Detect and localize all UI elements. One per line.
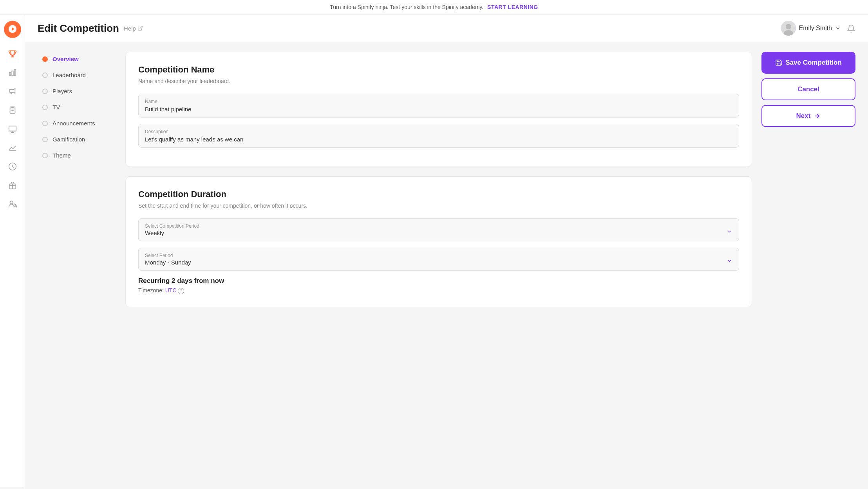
timezone-label: Timezone: bbox=[138, 287, 164, 293]
nav-item-players[interactable]: Players bbox=[38, 84, 116, 98]
name-field[interactable]: Name Build that pipeline bbox=[138, 94, 739, 118]
nav-item-gamification[interactable]: Gamification bbox=[38, 132, 116, 147]
form-area: Competition Name Name and describe your … bbox=[125, 52, 752, 478]
timezone-link[interactable]: UTC bbox=[165, 287, 177, 293]
description-label: Description bbox=[145, 129, 732, 134]
description-field[interactable]: Description Let's qualify as many leads … bbox=[138, 124, 739, 148]
next-arrow-icon bbox=[814, 112, 821, 120]
svg-point-15 bbox=[786, 24, 791, 29]
period-select-value: Weekly bbox=[145, 230, 199, 236]
nav-dot-theme bbox=[42, 153, 48, 158]
svg-point-12 bbox=[10, 201, 13, 204]
nav-item-announcements[interactable]: Announcements bbox=[38, 116, 116, 130]
svg-rect-6 bbox=[9, 126, 16, 131]
nav-label-gamification: Gamification bbox=[52, 136, 85, 143]
select-period-select[interactable]: Select Period Monday - Sunday ⌄ bbox=[138, 248, 739, 271]
select-period-chevron-icon: ⌄ bbox=[727, 255, 732, 264]
sidebar-icon-clipboard[interactable] bbox=[5, 102, 20, 118]
nav-label-theme: Theme bbox=[52, 152, 71, 159]
left-navigation: Overview Leaderboard Players TV Announce… bbox=[38, 52, 116, 478]
competition-duration-title: Competition Duration bbox=[138, 189, 739, 199]
user-name: Emily Smith bbox=[799, 25, 832, 32]
nav-dot-gamification bbox=[42, 137, 48, 142]
sidebar-icon-gift[interactable] bbox=[5, 177, 20, 193]
nav-label-announcements: Announcements bbox=[52, 120, 95, 127]
nav-label-tv: TV bbox=[52, 104, 60, 110]
timezone-row: Timezone: UTC ? bbox=[138, 287, 739, 294]
svg-rect-2 bbox=[14, 70, 16, 76]
avatar bbox=[781, 21, 796, 36]
competition-duration-card: Competition Duration Set the start and e… bbox=[125, 176, 752, 307]
info-icon[interactable]: ? bbox=[178, 288, 184, 294]
cancel-button[interactable]: Cancel bbox=[761, 78, 855, 100]
save-competition-button[interactable]: Save Competition bbox=[761, 52, 855, 74]
name-value[interactable]: Build that pipeline bbox=[145, 106, 732, 112]
top-banner: Turn into a Spinify ninja. Test your ski… bbox=[0, 0, 868, 14]
competition-name-card: Competition Name Name and describe your … bbox=[125, 52, 752, 167]
nav-item-overview[interactable]: Overview bbox=[38, 52, 116, 66]
header: Edit Competition Help bbox=[25, 14, 868, 42]
nav-item-theme[interactable]: Theme bbox=[38, 148, 116, 163]
nav-dot-players bbox=[42, 89, 48, 94]
sidebar-icon-users[interactable] bbox=[5, 196, 20, 212]
nav-label-leaderboard: Leaderboard bbox=[52, 72, 86, 78]
period-select-label: Select Competition Period bbox=[145, 223, 199, 229]
help-link[interactable]: Help bbox=[124, 25, 143, 32]
svg-line-13 bbox=[140, 26, 142, 29]
select-period-value: Monday - Sunday bbox=[145, 259, 191, 266]
nav-dot-leaderboard bbox=[42, 72, 48, 78]
recurring-text: Recurring 2 days from now bbox=[138, 277, 739, 285]
select-period-label: Select Period bbox=[145, 253, 191, 258]
nav-item-leaderboard[interactable]: Leaderboard bbox=[38, 68, 116, 82]
user-chevron-icon bbox=[835, 25, 841, 31]
competition-period-select[interactable]: Select Competition Period Weekly ⌄ bbox=[138, 218, 739, 241]
notification-icon[interactable] bbox=[847, 24, 855, 33]
competition-name-title: Competition Name bbox=[138, 65, 739, 75]
sidebar-icon-trophy[interactable] bbox=[5, 46, 20, 62]
app-logo[interactable] bbox=[4, 21, 21, 38]
svg-rect-0 bbox=[9, 72, 11, 76]
sidebar-icon-linechart[interactable] bbox=[5, 140, 20, 156]
sidebar-icon-monitor[interactable] bbox=[5, 121, 20, 137]
nav-label-overview: Overview bbox=[52, 56, 79, 62]
banner-text: Turn into a Spinify ninja. Test your ski… bbox=[330, 4, 483, 10]
next-button[interactable]: Next bbox=[761, 105, 855, 127]
period-chevron-icon: ⌄ bbox=[727, 226, 732, 234]
sidebar-icon-barchart[interactable] bbox=[5, 65, 20, 80]
nav-dot-overview bbox=[42, 56, 48, 62]
svg-rect-1 bbox=[12, 71, 13, 76]
page-title: Edit Competition bbox=[38, 22, 119, 34]
description-value[interactable]: Let's qualify as many leads as we can bbox=[145, 136, 732, 143]
sidebar-icon-star[interactable] bbox=[5, 159, 20, 174]
right-panel: Save Competition Cancel Next bbox=[761, 52, 855, 478]
sidebar-icon-megaphone[interactable] bbox=[5, 83, 20, 99]
nav-dot-tv bbox=[42, 105, 48, 110]
start-learning-link[interactable]: START LEARNING bbox=[487, 4, 538, 10]
sidebar bbox=[0, 14, 25, 487]
nav-label-players: Players bbox=[52, 88, 72, 94]
nav-item-tv[interactable]: TV bbox=[38, 100, 116, 114]
user-menu[interactable]: Emily Smith bbox=[781, 21, 841, 36]
competition-name-subtitle: Name and describe your leaderboard. bbox=[138, 78, 739, 84]
save-icon bbox=[775, 59, 782, 66]
name-label: Name bbox=[145, 99, 732, 104]
competition-duration-subtitle: Set the start and end time for your comp… bbox=[138, 203, 739, 209]
nav-dot-announcements bbox=[42, 121, 48, 126]
